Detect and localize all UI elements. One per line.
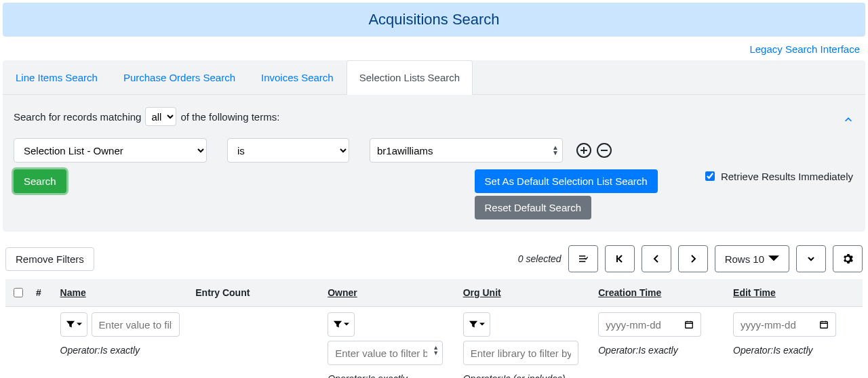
set-default-button[interactable]: Set As Default Selection List Search: [475, 169, 658, 193]
selected-count-label: 0 selected: [518, 253, 561, 264]
search-panel: Search for records matching all of the f…: [3, 95, 865, 232]
value-stepper[interactable]: ▲▼: [552, 145, 559, 156]
name-filter-input[interactable]: [92, 312, 180, 337]
collapse-icon[interactable]: [844, 115, 853, 127]
remove-term-button[interactable]: [597, 143, 612, 158]
edit-date-filter-input[interactable]: [733, 312, 814, 337]
owner-filter-input[interactable]: [328, 341, 443, 365]
settings-button[interactable]: [833, 245, 863, 272]
prev-page-button[interactable]: [642, 245, 671, 272]
owner-filter-stepper[interactable]: ▲▼: [433, 345, 439, 356]
col-name[interactable]: Name: [55, 279, 191, 307]
svg-rect-1: [820, 322, 827, 329]
calendar-icon[interactable]: [677, 312, 701, 337]
col-num[interactable]: #: [31, 279, 55, 307]
tabs: Line Items Search Purchase Orders Search…: [3, 60, 865, 95]
match-mode-select[interactable]: all: [145, 107, 176, 126]
retrieve-immediately-checkbox[interactable]: [705, 171, 715, 181]
retrieve-immediately-label: Retrieve Results Immediately: [721, 171, 853, 182]
search-prefix-label: Search for records matching: [14, 111, 141, 123]
col-org-unit[interactable]: Org Unit: [458, 279, 593, 307]
owner-filter-operator-button[interactable]: [328, 312, 355, 337]
org-filter-input[interactable]: [463, 341, 578, 365]
calendar-icon[interactable]: [812, 312, 836, 337]
reset-default-button[interactable]: Reset Default Search: [475, 196, 592, 219]
org-operator-label: Operator:Is (or includes): [463, 373, 566, 378]
col-creation-time[interactable]: Creation Time: [593, 279, 728, 307]
tab-purchase-orders[interactable]: Purchase Orders Search: [111, 60, 248, 94]
search-suffix-label: of the following terms:: [180, 111, 279, 123]
edit-operator-label: Operator:Is exactly: [733, 345, 813, 356]
search-operator-select[interactable]: is: [227, 138, 349, 163]
rows-per-page-dropdown[interactable]: Rows 10: [715, 245, 789, 272]
col-owner[interactable]: Owner: [322, 279, 458, 307]
org-filter-operator-button[interactable]: [463, 312, 490, 337]
tab-line-items[interactable]: Line Items Search: [3, 60, 111, 94]
expand-dropdown-button[interactable]: [796, 245, 826, 272]
tab-invoices[interactable]: Invoices Search: [248, 60, 347, 94]
search-field-select[interactable]: Selection List - Owner: [14, 138, 207, 163]
next-page-button[interactable]: [678, 245, 708, 272]
first-page-button[interactable]: [605, 245, 635, 272]
search-value-input[interactable]: [370, 138, 563, 163]
owner-operator-label: Operator:Is exactly: [328, 373, 408, 378]
creation-date-filter-input[interactable]: [598, 312, 679, 337]
results-table: # Name Entry Count Owner Org Unit Creati…: [5, 279, 863, 378]
creation-operator-label: Operator:Is exactly: [598, 345, 678, 356]
rows-label: Rows 10: [725, 253, 764, 265]
add-term-button[interactable]: [576, 143, 591, 158]
remove-filters-button[interactable]: Remove Filters: [5, 247, 94, 271]
name-filter-operator-button[interactable]: [60, 312, 87, 337]
search-button[interactable]: Search: [14, 169, 66, 193]
select-all-button[interactable]: [568, 245, 598, 272]
tab-selection-lists[interactable]: Selection Lists Search: [347, 60, 473, 95]
name-operator-label: Operator:Is exactly: [60, 345, 140, 356]
svg-rect-0: [685, 322, 692, 329]
select-all-checkbox[interactable]: [14, 288, 23, 297]
page-title: Acquisitions Search: [3, 3, 865, 37]
col-entry-count[interactable]: Entry Count: [190, 279, 322, 307]
col-edit-time[interactable]: Edit Time: [728, 279, 863, 307]
legacy-search-link[interactable]: Legacy Search Interface: [749, 43, 860, 55]
